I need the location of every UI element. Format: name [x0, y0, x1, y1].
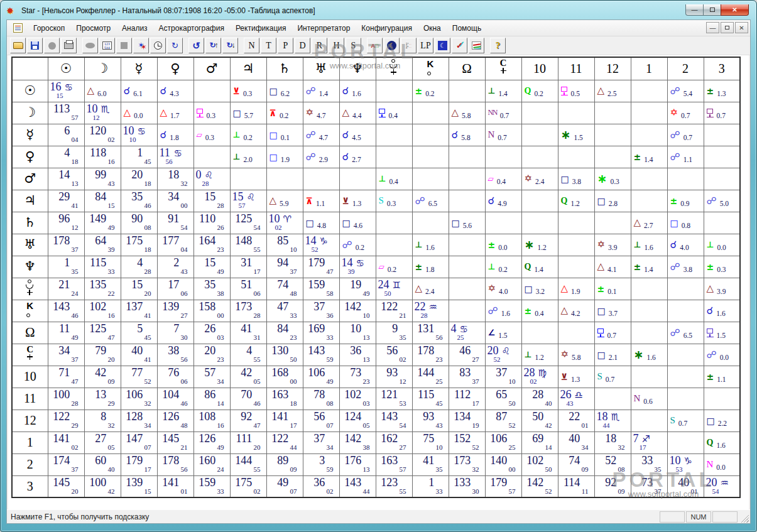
distance-house-3-pluto: 12355 — [376, 475, 412, 497]
table-row-mercury: ☿6041200210♋10☌1.8▱0.3⊥0.2□0.1☍4.7☌4.5☌5… — [12, 124, 740, 146]
clock-button[interactable] — [150, 38, 166, 53]
open-button[interactable] — [10, 38, 26, 53]
opposition-180-icon: ☍ — [670, 152, 680, 162]
square-90-icon: □ — [707, 416, 715, 425]
aspect-moon-house-12 — [594, 102, 631, 124]
aspect-table: ☉☽☿♀♂♃♄♅♆KΩϹ101112123☉16♋15△6.0☌6.1☌4.3⊻… — [11, 57, 741, 498]
conjunction-0-icon: ☌ — [670, 240, 677, 250]
menu-windows[interactable]: Окна — [418, 21, 447, 35]
mdi-restore-button[interactable] — [721, 22, 734, 33]
close-button[interactable]: ✕ — [721, 4, 749, 16]
object-label-house-1: 1 — [646, 62, 652, 75]
distance-neptune-jupiter: 3117 — [230, 256, 266, 278]
square-90-icon: □ — [597, 197, 606, 205]
marks-button[interactable]: ✓ — [452, 38, 467, 53]
aspect-moon-house-11 — [558, 102, 594, 124]
horary-button[interactable]: H — [329, 38, 344, 53]
distance-house-3-mars: 15933 — [193, 475, 230, 497]
lp-button[interactable]: LP — [418, 38, 433, 53]
save-button[interactable] — [27, 38, 43, 53]
rotate-up-button[interactable]: ↻↑ — [205, 38, 221, 53]
position-house-1: 7♐17 — [631, 432, 667, 453]
title-bar[interactable]: ✸ Star - [Нельсон Рокфеллер - Натальный … — [1, 3, 756, 19]
square-90-icon: □ — [597, 307, 606, 315]
aspect-house-11-house-12 — [594, 388, 631, 410]
print-button[interactable] — [61, 38, 77, 53]
position-moon: 10♏12 — [84, 102, 121, 124]
graph-button[interactable] — [469, 38, 484, 53]
stars-icon: ✶ — [138, 41, 144, 50]
object-glyph-mercury: ☿ — [26, 127, 34, 142]
menu-rectification[interactable]: Ректификация — [230, 21, 292, 35]
aspects-config-icon: A□ — [371, 43, 379, 49]
menu-astrocartography[interactable]: Астрокартография — [153, 21, 230, 35]
decile-36-icon: ⊥ — [525, 350, 532, 359]
aspect-uranus-house-2: ☌4.0 — [667, 234, 704, 256]
moon-calendar-button[interactable]: ☾ — [435, 38, 450, 53]
object-glyph-mars: ♂ — [24, 171, 36, 186]
aspect-venus-house-10 — [521, 146, 558, 168]
menu-view[interactable]: Просмотр — [70, 21, 116, 35]
help-button[interactable]: ? — [490, 38, 506, 53]
square-disabled-icon — [121, 42, 128, 49]
menu-bar: ГороскопПросмотрАнализАстрокартографияРе… — [7, 20, 750, 36]
orbs-button[interactable]: 1°···2°··· — [401, 38, 417, 53]
square-90-icon: □ — [306, 219, 314, 227]
aspects-config-button[interactable]: A□ — [367, 38, 383, 53]
synastry-button[interactable]: S — [346, 38, 361, 53]
object-label-house-2: 2 — [27, 457, 33, 471]
decile-36-icon: ⊥ — [379, 175, 386, 183]
column-header-lilith: Ϲ — [485, 57, 521, 80]
natal-button[interactable]: N — [244, 38, 259, 53]
biquintile-144-icon: ± — [670, 197, 678, 205]
opposition-180-icon: ☍ — [670, 86, 680, 96]
conjunction-0-icon: ☌ — [160, 130, 167, 140]
document-icon[interactable] — [13, 23, 23, 33]
mdi-minimize-button[interactable]: — — [706, 22, 719, 33]
direction-button[interactable]: D — [295, 38, 310, 53]
undo-rotate-button[interactable]: ↺ — [188, 38, 204, 53]
aspect-house-10-house-3: ±1.1 — [704, 366, 740, 388]
transit-button[interactable]: T — [261, 38, 276, 53]
table-row-moon: ☽1135710♏12△0.0△1.70.3□5.7⊼0.2✡4.7△4.40.… — [12, 102, 740, 124]
minimize-button[interactable]: — — [685, 4, 704, 16]
ellipse-button-disabled[interactable] — [82, 38, 98, 53]
aspect-mars-house-3 — [704, 168, 740, 190]
aspect-mercury-house-3 — [704, 124, 740, 146]
distance-uranus-moon: 6439 — [84, 234, 121, 256]
progression-button[interactable]: P — [278, 38, 293, 53]
trine-120-icon: △ — [707, 284, 714, 293]
distance-house-10-north-node: 8337 — [449, 366, 485, 388]
menu-horoscope[interactable]: Гороскоп — [28, 21, 70, 35]
record-button-disabled[interactable] — [44, 38, 60, 53]
distance-house-12-pluto: 14354 — [376, 410, 412, 432]
menu-help[interactable]: Помощь — [447, 21, 487, 35]
status-hint: Нажмите F1, чтобы получить подсказку — [11, 513, 660, 521]
moon-button[interactable]: ☾ — [384, 38, 400, 53]
distance-house-1-neptune: 14238 — [339, 432, 376, 453]
object-label-house-10: 10 — [533, 62, 546, 75]
restore-button[interactable] — [704, 4, 721, 16]
resize-grip[interactable] — [740, 514, 749, 523]
stars-button[interactable]: ✶ — [133, 38, 149, 53]
distance-house-11-mars: 8614 — [193, 388, 230, 410]
aspect-saturn-lilith — [485, 212, 521, 234]
cycle-button[interactable]: ↻ — [167, 38, 183, 53]
menu-analysis[interactable]: Анализ — [116, 21, 153, 35]
return-button[interactable]: R — [312, 38, 327, 53]
menu-interpreter[interactable]: Интерпретатор — [291, 21, 356, 35]
aspect-jupiter-house-1 — [631, 190, 667, 212]
aspect-moon-mars: 0.3 — [193, 102, 230, 124]
position-house-12: 18♏44 — [594, 410, 631, 432]
coords-grid-button[interactable]: 123 5X4 — [99, 38, 115, 53]
distance-jupiter-mars: 1528 — [193, 190, 230, 212]
rotate-down-button[interactable]: ↻↓ — [222, 38, 238, 53]
object-glyph-chiron: K — [427, 59, 435, 76]
square-button-disabled[interactable] — [116, 38, 132, 53]
position-house-2: 10♑53 — [667, 453, 704, 475]
mdi-close-button[interactable]: ✕ — [735, 22, 748, 33]
menu-configuration[interactable]: Конфигурация — [356, 21, 418, 35]
conjunction-0-icon: ☌ — [342, 152, 349, 162]
biquintile-144-icon: ± — [634, 263, 641, 271]
position-neptune: 14♋39 — [339, 256, 376, 278]
